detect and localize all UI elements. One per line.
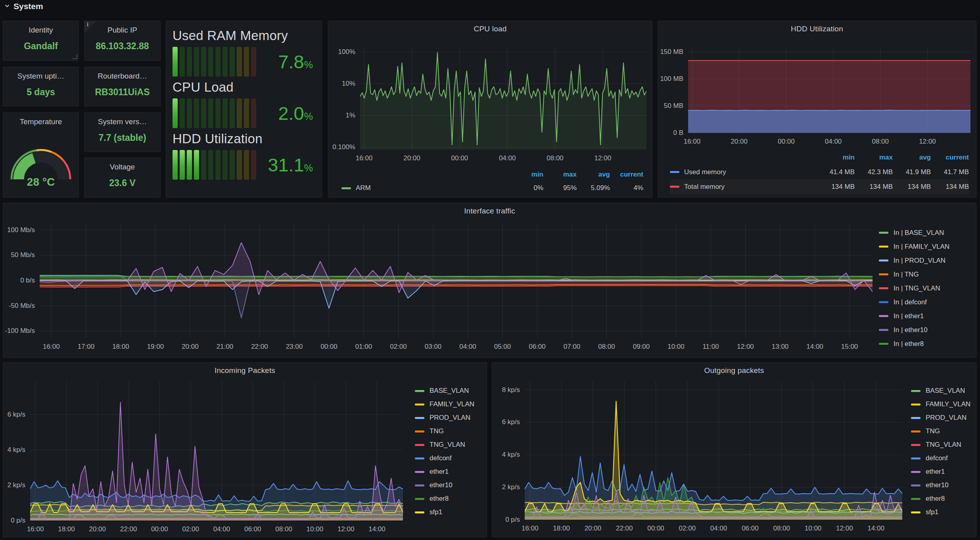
legend-item[interactable]: TNG (911, 425, 970, 438)
legend-label: In | FAMILY_VLAN (894, 243, 949, 251)
legend-item[interactable]: In | BASE_VLAN (879, 226, 949, 240)
x-tick-label: 18:00 (112, 343, 129, 351)
legend-item[interactable]: ether1 (415, 465, 474, 479)
stat-value: 23.6 V (109, 171, 136, 197)
legend-item[interactable]: In | defconf (879, 295, 949, 309)
panel-title[interactable]: Routerboard… (98, 72, 147, 81)
outgoing-packets-chart: 8 kp/s6 kp/s4 kp/s2 kp/s0 p/s16:0018:002… (492, 363, 976, 537)
legend-swatch (879, 287, 888, 289)
legend-text: min (843, 154, 855, 161)
bar-gauge-label: HDD Utilization (173, 131, 314, 146)
legend: In | BASE_VLANIn | FAMILY_VLANIn | PROD_… (879, 226, 949, 351)
legend-item[interactable]: ether8 (911, 492, 970, 505)
legend-item[interactable]: In | ether1 (879, 309, 949, 323)
bar-gauge-cell (201, 150, 206, 180)
panel-title[interactable]: System upti… (17, 72, 64, 81)
legend-swatch (911, 457, 921, 459)
bar-gauge-cell (237, 47, 242, 77)
legend: BASE_VLANFAMILY_VLANPROD_VLANTNGTNG_VLAN… (911, 384, 970, 519)
legend-item[interactable]: ether1 (911, 465, 970, 479)
legend-item[interactable]: TNG_VLAN (911, 438, 970, 452)
panel-title[interactable]: Temperature (20, 117, 62, 126)
legend-label: ether8 (430, 495, 449, 503)
legend-item[interactable]: ether8 (415, 492, 474, 505)
panel-title[interactable]: System vers… (98, 117, 147, 126)
hdd-utilization-chart: 150 MB100 MB50 MB0 B16:0020:0000:0004:00… (658, 21, 976, 197)
legend-swatch (911, 430, 921, 432)
legend-item[interactable]: defconf (911, 452, 970, 465)
panel-outgoing-packets: Outgoing packets 8 kp/s6 kp/s4 kp/s2 kp/… (492, 362, 976, 537)
legend-item[interactable]: sfp1 (415, 505, 474, 519)
legend-series-name[interactable]: ARM (341, 181, 510, 195)
legend-text: 0% (533, 184, 543, 192)
legend-item[interactable]: In | ether8 (879, 337, 949, 351)
legend-stat-header: avg (577, 168, 610, 181)
legend-item[interactable]: sfp1 (911, 505, 970, 519)
bar-gauge-cell (237, 150, 242, 180)
bar-gauge-value: 31.1% (268, 154, 313, 176)
bar-gauge-cell (201, 47, 206, 77)
legend-item[interactable]: TNG_VLAN (415, 438, 474, 452)
legend-item[interactable]: BASE_VLAN (911, 384, 970, 398)
x-tick-label: 22:00 (616, 525, 633, 532)
bar-gauge-cell (173, 150, 178, 180)
legend-stat-value: 95% (543, 181, 577, 195)
legend-swatch (911, 404, 921, 405)
legend-label: FAMILY_VLAN (926, 400, 970, 408)
legend-item[interactable]: In | PROD_VLAN (879, 254, 949, 267)
x-tick-label: 11:00 (702, 343, 719, 351)
legend-series-name[interactable]: Total memory (670, 179, 817, 194)
legend-stat-value: 4% (610, 181, 643, 195)
x-tick-label: 12:00 (836, 525, 853, 532)
legend-item[interactable]: In | FAMILY_VLAN (879, 240, 949, 254)
legend-item[interactable]: BASE_VLAN (415, 384, 474, 398)
legend-series-name[interactable]: Used memory (670, 165, 817, 179)
legend-stat-header: max (543, 168, 577, 181)
legend-item[interactable]: ether10 (415, 479, 474, 492)
legend-label: In | ether1 (894, 312, 924, 320)
legend-label: FAMILY_VLAN (430, 400, 474, 408)
bar-gauge-cell (187, 47, 192, 77)
x-tick-label: 02:00 (679, 525, 696, 532)
legend: minmaxavgcurrentARM0%95%5.09%4% (341, 168, 643, 195)
legend-stat-header: min (510, 168, 543, 181)
legend-item[interactable]: In | ether10 (879, 323, 949, 337)
panel-title[interactable]: Voltage (110, 163, 135, 171)
bar-gauge-cell (215, 47, 221, 77)
legend-item[interactable]: In | TNG (879, 267, 949, 281)
legend-item[interactable]: ether10 (911, 479, 970, 492)
legend-item[interactable]: FAMILY_VLAN (911, 398, 970, 411)
legend-item[interactable]: defconf (415, 452, 474, 465)
legend-label: defconf (430, 454, 452, 462)
legend-item[interactable]: FAMILY_VLAN (415, 398, 474, 411)
y-tick-label: 0 b/s (1, 277, 35, 284)
chevron-down-icon[interactable] (4, 2, 10, 11)
legend-item[interactable]: TNG (415, 425, 474, 438)
legend-swatch (879, 232, 888, 234)
x-tick-label: 18:00 (553, 525, 570, 532)
y-tick-label: 150 MB (657, 48, 683, 56)
gauge-threshold-arc (36, 150, 52, 152)
legend-swatch (879, 246, 888, 248)
panel-title[interactable]: Public IP (107, 26, 137, 35)
incoming_packets-svg (30, 381, 403, 521)
y-tick-label: 6 kp/s (490, 418, 520, 426)
gauge-value: 28 °C (3, 176, 79, 188)
legend-item[interactable]: PROD_VLAN (911, 411, 970, 425)
bar-gauge-cell (222, 47, 228, 77)
legend-item[interactable]: In | TNG_VLAN (879, 281, 949, 295)
x-tick-label: 08:00 (872, 138, 889, 146)
legend-item[interactable]: PROD_VLAN (415, 411, 474, 425)
legend-text: ARM (356, 184, 371, 192)
x-tick-label: 09:00 (633, 343, 650, 351)
x-tick-label: 08:00 (275, 525, 292, 533)
row-header-system[interactable]: System (4, 2, 43, 11)
legend-row: Used memory41.4 MB42.3 MB41.9 MB41.7 MB (670, 165, 969, 179)
legend-stat-header: current (610, 168, 643, 181)
panel-resize-handle[interactable] (73, 54, 77, 59)
legend-text: Total memory (684, 183, 725, 191)
info-corner-icon[interactable]: i (84, 21, 96, 33)
bar-gauge-cell (194, 47, 199, 77)
panel-title[interactable]: Identity (29, 26, 53, 35)
x-tick-label: 00:00 (451, 154, 468, 162)
